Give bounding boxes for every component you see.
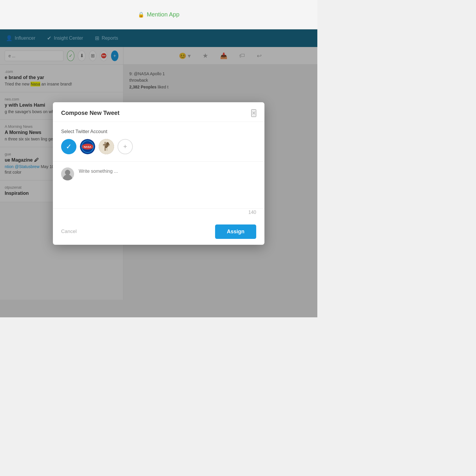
add-account-button[interactable]: + (118, 139, 133, 154)
check-icon: ✓ (66, 143, 72, 151)
burberry-logo (99, 139, 114, 154)
user-avatar (61, 167, 74, 180)
cancel-button[interactable]: Cancel (61, 229, 77, 234)
compose-section (53, 162, 264, 209)
char-count: 140 (53, 209, 264, 219)
plus-icon: + (123, 143, 127, 150)
modal-title: Compose New Tweet (61, 110, 120, 116)
person-silhouette-svg (61, 167, 74, 180)
account-avatar-burberry[interactable] (99, 139, 114, 154)
address-bar: 🔒 Mention App (138, 11, 179, 18)
compose-tweet-modal: Compose New Tweet × Select Twitter Accou… (53, 102, 264, 245)
browser-chrome: 🔒 Mention App (0, 0, 317, 29)
app-title: Mention App (147, 11, 179, 18)
svg-text:NASA: NASA (84, 145, 91, 148)
lock-icon: 🔒 (138, 11, 144, 18)
assign-button[interactable]: Assign (215, 224, 256, 239)
accounts-row: ✓ NASA (61, 139, 256, 154)
modal-overlay: Compose New Tweet × Select Twitter Accou… (0, 29, 317, 317)
svg-point-15 (66, 170, 69, 173)
accounts-section: Select Twitter Account ✓ NASA (53, 122, 264, 162)
accounts-label: Select Twitter Account (61, 129, 256, 134)
nasa-logo: NASA (80, 139, 95, 154)
modal-header: Compose New Tweet × (53, 102, 264, 122)
compose-textarea[interactable] (79, 167, 256, 197)
account-avatar-nasa[interactable]: NASA (80, 139, 95, 154)
svg-point-14 (61, 167, 74, 180)
modal-footer: Cancel Assign (53, 219, 264, 245)
modal-close-button[interactable]: × (251, 109, 256, 117)
account-avatar-selected[interactable]: ✓ (61, 139, 76, 154)
app-background: 👤 Influencer ✔ Insight Center ⊞ Reports … (0, 29, 317, 317)
